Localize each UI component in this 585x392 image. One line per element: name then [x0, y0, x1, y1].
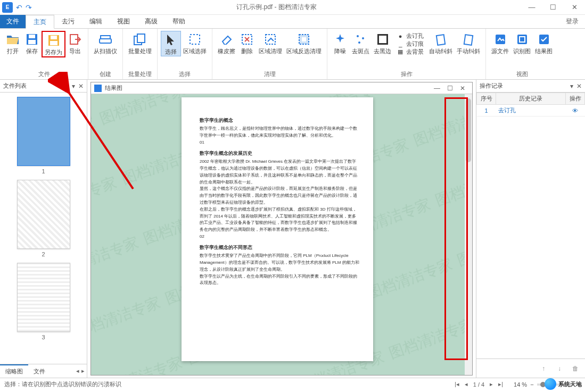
- background-icon: ▦: [397, 48, 404, 56]
- qat-undo-icon[interactable]: ↶: [16, 3, 22, 12]
- marquee-icon: [187, 32, 202, 47]
- close-button[interactable]: ✕: [564, 3, 585, 11]
- manual-deskew-icon: [461, 32, 476, 47]
- app-logo-icon: E: [2, 2, 13, 13]
- remove-black-edge-button[interactable]: 去黑边: [372, 31, 393, 55]
- doc-close-button[interactable]: ✕: [456, 85, 469, 92]
- pager: |◂ ◂ 1 / 4 ▸ ▸|: [455, 381, 503, 388]
- save-as-button[interactable]: 另存为: [42, 31, 65, 57]
- tab-thumbnails[interactable]: 缩略图: [0, 364, 28, 378]
- history-menu-icon[interactable]: ▾: [570, 82, 573, 90]
- menu-file[interactable]: 文件: [0, 15, 26, 28]
- corner-logo-text: 系统天地: [558, 380, 582, 388]
- history-row[interactable]: 1 去订孔 👁: [477, 105, 585, 116]
- ribbon-group-view: 源文件 识别图 结果图 视图: [486, 29, 558, 79]
- doc-window-icon: [94, 85, 102, 92]
- svg-point-15: [357, 35, 359, 37]
- pager-last-icon[interactable]: ▸|: [498, 381, 503, 388]
- pager-position: 1 / 4: [473, 381, 484, 388]
- svg-point-17: [358, 41, 360, 44]
- source-view-button[interactable]: 源文件: [489, 31, 511, 55]
- ribbon: 打开 保存 另存为 导出 文件 从扫描仪 创建: [0, 29, 585, 80]
- svg-rect-2: [28, 40, 36, 44]
- maximize-button[interactable]: ☐: [542, 3, 564, 11]
- left-prev-icon[interactable]: ◂: [76, 368, 79, 374]
- manual-deskew-button[interactable]: 手动纠斜: [455, 31, 482, 55]
- document-viewport[interactable]: 图档清洁专家 数字孪生的概念 数字孪生，顾名思义，是指针对物理世界中的物体，通过…: [91, 94, 472, 375]
- history-title: 操作记录: [480, 82, 503, 90]
- svg-rect-4: [51, 36, 57, 39]
- left-next-icon[interactable]: ▸: [81, 368, 85, 374]
- tab-clean[interactable]: 去污: [54, 15, 82, 28]
- from-scanner-button[interactable]: 从扫描仪: [92, 31, 119, 55]
- export-button[interactable]: 导出: [65, 31, 85, 55]
- remove-staple-marks-button[interactable]: ⎯去订痕: [397, 40, 424, 48]
- recognize-view-button[interactable]: 识别图: [511, 31, 533, 55]
- tab-edit[interactable]: 编辑: [82, 15, 110, 28]
- window-controls: — ☐ ✕: [521, 3, 585, 11]
- panel-close-icon[interactable]: ✕: [78, 82, 84, 90]
- doc-min-button[interactable]: —: [431, 85, 443, 92]
- despeckle-button[interactable]: 去斑点: [350, 31, 372, 55]
- area-clean-icon: [263, 32, 278, 47]
- right-panel: 操作记录 ▾ ✕ 序号 历史记录 操作 1 去订孔 👁 ↑ ↓: [476, 80, 585, 378]
- history-delete-button[interactable]: 🗑: [569, 362, 582, 375]
- tab-files[interactable]: 文件: [28, 364, 51, 378]
- svg-rect-20: [436, 35, 445, 45]
- login-link[interactable]: 登录: [559, 15, 585, 28]
- area-clean-button[interactable]: 区域清理: [257, 31, 284, 55]
- title-bar: E ↶ ↷ 订孔示例.pdf - 图档清洁专家 — ☐ ✕: [0, 0, 585, 15]
- eraser-button[interactable]: 橡皮擦: [216, 31, 237, 55]
- minimize-button[interactable]: —: [521, 3, 542, 11]
- history-close-icon[interactable]: ✕: [576, 82, 582, 90]
- tab-advanced[interactable]: 高级: [137, 15, 165, 28]
- result-icon: [537, 32, 551, 47]
- recognize-icon: [515, 32, 530, 47]
- doc-max-button[interactable]: ☐: [443, 85, 456, 92]
- save-button[interactable]: 保存: [22, 31, 42, 55]
- batch-icon: [133, 32, 147, 47]
- tab-home[interactable]: 主页: [26, 15, 54, 29]
- area-invert-clean-button[interactable]: 区域反选清理: [284, 31, 324, 55]
- svg-rect-5: [50, 41, 57, 45]
- folder-open-icon: [5, 32, 20, 47]
- pager-next-icon[interactable]: ▸: [490, 381, 493, 388]
- thumbnail-2[interactable]: 2: [4, 180, 83, 257]
- qat-redo-icon[interactable]: ↷: [26, 3, 32, 12]
- svg-rect-1: [29, 35, 35, 38]
- pager-prev-icon[interactable]: ◂: [465, 381, 468, 388]
- col-op: 操作: [566, 93, 585, 105]
- eraser-icon: [219, 32, 234, 47]
- ribbon-group-ops: 降噪 去斑点 去黑边 ●去订孔 ⎯去订痕 ▦去背景 自动纠斜 手动纠斜: [327, 29, 486, 79]
- ops-small-column: ●去订孔 ⎯去订痕 ▦去背景: [393, 31, 427, 57]
- open-button[interactable]: 打开: [3, 31, 22, 55]
- globe-icon: [545, 378, 556, 390]
- history-item-link[interactable]: 去订孔: [498, 107, 516, 113]
- auto-deskew-button[interactable]: 自动纠斜: [427, 31, 455, 55]
- ribbon-group-file: 打开 保存 另存为 导出 文件: [0, 29, 88, 79]
- annotation-red-box: [444, 97, 468, 360]
- result-view-button[interactable]: 结果图: [533, 31, 555, 55]
- center-panel: 结果图 — ☐ ✕ 图档清洁专家 数字孪生的概念 数字孪生，顾名思义，是指针对物…: [87, 80, 476, 378]
- thumbnail-1[interactable]: 1: [4, 97, 83, 174]
- history-down-button[interactable]: ↓: [553, 362, 566, 375]
- thumbnail-list: 1 2 3: [0, 93, 87, 364]
- pager-first-icon[interactable]: |◂: [455, 381, 459, 388]
- ribbon-group-file-label: 文件: [3, 69, 85, 78]
- thumbnail-3[interactable]: 3: [4, 263, 83, 340]
- tab-help[interactable]: 帮助: [165, 15, 193, 28]
- remove-punch-holes-button[interactable]: ●去订孔: [397, 32, 424, 40]
- tab-view[interactable]: 视图: [110, 15, 137, 28]
- delete-button[interactable]: 删除: [237, 31, 257, 55]
- select-button[interactable]: 选择: [161, 31, 181, 56]
- history-up-button[interactable]: ↑: [537, 362, 550, 375]
- zoom-out-icon[interactable]: −: [530, 381, 533, 388]
- area-select-button[interactable]: 区域选择: [181, 31, 209, 55]
- svg-point-16: [362, 37, 364, 39]
- batch-button[interactable]: 批量处理: [126, 31, 154, 55]
- remove-background-button[interactable]: ▦去背景: [397, 48, 424, 56]
- denoise-button[interactable]: 降噪: [331, 31, 350, 55]
- eye-icon[interactable]: 👁: [572, 107, 578, 114]
- doc-window-title: 结果图: [105, 84, 122, 92]
- filter-icon[interactable]: ▾: [72, 82, 75, 90]
